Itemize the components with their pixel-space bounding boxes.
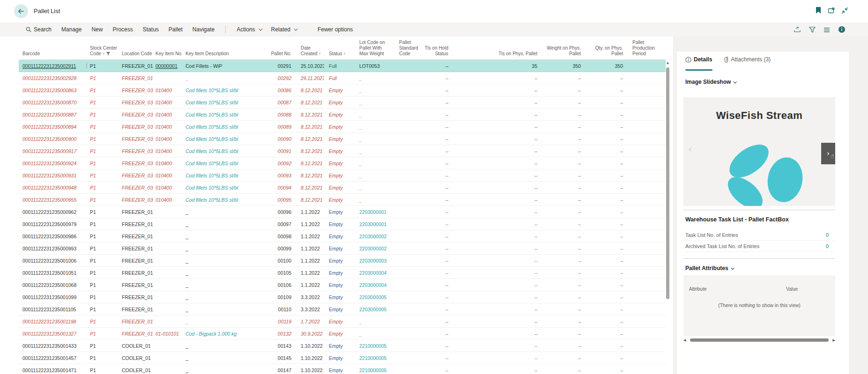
- cell-barcode[interactable]: 00011122231235001471: [22, 367, 83, 373]
- cell-barcode[interactable]: 00011122231235000900: [22, 136, 83, 142]
- field-value-link[interactable]: 0: [826, 243, 835, 249]
- menu-manage[interactable]: Manage: [61, 26, 82, 33]
- cell-barcode[interactable]: 00011122231235002911: [22, 63, 83, 69]
- column-header-keydesc[interactable]: Key Item Description: [185, 51, 261, 59]
- table-row[interactable]: 00011122231235001099P1FREEZER_01_001093.…: [19, 291, 666, 303]
- column-header-weight[interactable]: Weight on Phys. Pallet: [542, 45, 586, 59]
- cell-barcode[interactable]: 00011122231235001198: [22, 319, 83, 324]
- column-header-tls[interactable]: Tls on Phys. Pallet: [453, 51, 542, 59]
- column-header-location[interactable]: Location Code: [122, 51, 156, 59]
- table-row[interactable]: 00011122231235001457P1COOLER_01_001451.1…: [19, 352, 666, 364]
- cell-barcode[interactable]: 00011122231235002928: [22, 75, 83, 81]
- menu-related[interactable]: Related: [271, 26, 297, 33]
- scroll-right-icon[interactable]: ▶: [831, 338, 835, 342]
- cell-barcode[interactable]: 00011122231235000979: [22, 221, 83, 227]
- cell-barcode[interactable]: 00011122231235000955: [22, 197, 83, 203]
- cell-barcode[interactable]: 00011122231235001068: [22, 282, 83, 288]
- table-row[interactable]: 00011122231235001105P1FREEZER_01_001103.…: [19, 303, 666, 315]
- cell-keydesc[interactable]: Cod fillets 10*5LBS sl/bl: [185, 161, 261, 166]
- cell-barcode[interactable]: 00011122231235000894: [22, 124, 83, 130]
- image-slideshow-header[interactable]: Image Slideshow: [685, 79, 736, 85]
- share-icon[interactable]: [794, 26, 801, 33]
- table-row[interactable]: 00011122231235000931P1FREEZER_03010400Co…: [19, 169, 666, 182]
- table-row[interactable]: 00011122231235000962P1FREEZER_01_000961.…: [19, 206, 666, 218]
- table-row[interactable]: 00011122231235001327P1FREEZER_0101-01010…: [19, 328, 666, 340]
- tab-attachments[interactable]: Attachments (3): [724, 56, 771, 63]
- table-row[interactable]: 00011122231235000986P1FREEZER_01_000981.…: [19, 230, 666, 242]
- cell-keydesc[interactable]: Cod fillets 10*5LBS sl/bl: [185, 136, 261, 142]
- cell-lot[interactable]: 2203000004: [355, 282, 394, 288]
- table-row[interactable]: 00011122231235002928P1FREEZER_01_0029229…: [19, 72, 666, 84]
- filter-icon[interactable]: [809, 26, 816, 33]
- cell-barcode[interactable]: 00011122231235000887: [22, 112, 83, 117]
- cell-barcode[interactable]: 00011122231235000924: [22, 161, 83, 166]
- cell-lot[interactable]: 2210000005: [355, 343, 394, 349]
- cell-lot[interactable]: 2210000005: [355, 355, 394, 361]
- value-column-header[interactable]: Value: [786, 286, 798, 292]
- cell-lot[interactable]: 2203000004: [355, 270, 394, 276]
- table-row[interactable]: 00011122231235000924P1FREEZER_03010400Co…: [19, 157, 666, 169]
- back-button[interactable]: [14, 4, 28, 18]
- pallet-attributes-header[interactable]: Pallet Attributes: [685, 265, 734, 271]
- menu-process[interactable]: Process: [112, 26, 133, 33]
- cell-lot[interactable]: 2203000002: [355, 246, 394, 251]
- column-header-keyno[interactable]: Key Item No.: [156, 51, 185, 59]
- table-row[interactable]: 00011122231235000870P1FREEZER_03010400Co…: [19, 96, 666, 109]
- cell-barcode[interactable]: 00011122231235001457: [22, 355, 83, 361]
- open-in-new-window-icon[interactable]: [828, 7, 835, 14]
- menu-new[interactable]: New: [91, 26, 103, 33]
- cell-keydesc[interactable]: Cod fillets 10*5LBS sl/bl: [185, 112, 261, 117]
- cell-barcode[interactable]: 00011122231235001327: [22, 331, 83, 337]
- table-row[interactable]: 00011122231235002911⋮P1FREEZER_010000000…: [19, 60, 666, 72]
- table-row[interactable]: 00011122231235001006P1FREEZER_01_001001.…: [19, 255, 666, 267]
- tab-details[interactable]: Details: [685, 56, 712, 63]
- table-row[interactable]: 00011122231235000948P1FREEZER_03010400Co…: [19, 182, 666, 194]
- menu-navigate[interactable]: Navigate: [193, 26, 215, 33]
- cell-barcode[interactable]: 00011122231235000863: [22, 88, 83, 93]
- table-row[interactable]: 00011122231235000917P1FREEZER_03010400Co…: [19, 145, 666, 157]
- column-header-stock[interactable]: Stock Center Code ↑: [90, 45, 122, 59]
- cell-barcode[interactable]: 00011122231235000993: [22, 246, 83, 251]
- cell-lot[interactable]: 2203000005: [355, 307, 394, 312]
- cell-lot[interactable]: 2210000005: [355, 367, 394, 373]
- collapse-icon[interactable]: [841, 7, 848, 14]
- table-row[interactable]: 00011122231235001198P1FREEZER_01_001191.…: [19, 315, 666, 328]
- cell-barcode[interactable]: 00011122231235000870: [22, 100, 83, 105]
- column-header-menu[interactable]: [83, 57, 90, 59]
- cell-barcode[interactable]: 00011122231235001051: [22, 270, 83, 276]
- cell-keydesc[interactable]: Cod - Bigpack 1.000 kg: [185, 331, 261, 337]
- scroll-up-icon[interactable]: ▲: [666, 61, 670, 65]
- column-header-lot[interactable]: Lot Code on Pallet With Max Weight: [355, 40, 394, 59]
- field-value-link[interactable]: 0: [826, 232, 835, 238]
- cell-barcode[interactable]: 00011122231235000986: [22, 234, 83, 239]
- column-header-palletno[interactable]: Pallet No.: [261, 51, 296, 59]
- table-row[interactable]: 00011122231235000863P1FREEZER_03010400Co…: [19, 84, 666, 96]
- cell-barcode[interactable]: 00011122231235000962: [22, 209, 83, 215]
- column-header-prod[interactable]: Pallet Production Period: [628, 40, 665, 59]
- menu-pallet[interactable]: Pallet: [169, 26, 183, 33]
- cell-keydesc[interactable]: Cod fillets 10*5LBS sl/bl: [185, 173, 261, 178]
- info-icon[interactable]: [838, 26, 846, 33]
- bookmark-icon[interactable]: [815, 7, 822, 14]
- cell-lot[interactable]: 2203000003: [355, 258, 394, 264]
- cell-barcode[interactable]: 00011122231235001006: [22, 258, 83, 264]
- cell-keydesc[interactable]: Cod fillets 10*5LBS sl/bl: [185, 185, 261, 191]
- cell-keydesc[interactable]: Cod fillets 10*5LBS sl/bl: [185, 88, 261, 93]
- table-row[interactable]: 00011122231235000894P1FREEZER_03010400Co…: [19, 121, 666, 133]
- table-row[interactable]: 00011122231235001433P1COOLER_01_001431.1…: [19, 340, 666, 352]
- column-header-date[interactable]: Date Created ↑: [296, 45, 324, 59]
- cell-barcode[interactable]: 00011122231235000948: [22, 185, 83, 191]
- table-row[interactable]: 00011122231235001471P1COOLER_01_001471.1…: [19, 364, 666, 374]
- cell-barcode[interactable]: 00011122231235000931: [22, 173, 83, 178]
- table-row[interactable]: 00011122231235001051P1FREEZER_01_001051.…: [19, 267, 666, 279]
- cell-barcode[interactable]: 00011122231235001099: [22, 294, 83, 300]
- search-button[interactable]: Search: [26, 26, 52, 33]
- scrollbar-thumb[interactable]: [690, 338, 829, 342]
- scrollbar-thumb[interactable]: [666, 67, 669, 299]
- row-menu-icon[interactable]: ⋮: [83, 63, 90, 69]
- attribute-column-header[interactable]: Attribute: [689, 286, 706, 292]
- menu-actions[interactable]: Actions: [237, 26, 261, 33]
- cell-keydesc[interactable]: Cod fillets 10*5LBS sl/bl: [185, 197, 261, 203]
- fewer-options-button[interactable]: Fewer options: [318, 26, 353, 33]
- cell-keydesc[interactable]: Cod fillets 10*5LBS sl/bl: [185, 124, 261, 130]
